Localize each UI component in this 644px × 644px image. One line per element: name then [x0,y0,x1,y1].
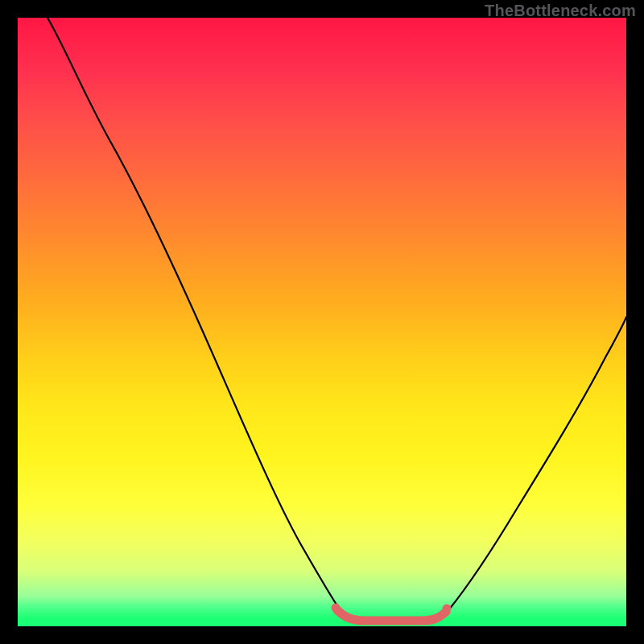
chart-frame: TheBottleneck.com [0,0,644,644]
svg-point-0 [332,604,341,613]
watermark-text: TheBottleneck.com [485,2,636,20]
trough-marker [337,610,446,621]
plot-area [18,18,626,626]
trough-dots [332,604,452,613]
bottleneck-curve [47,18,626,620]
curve-layer [18,18,626,626]
svg-point-1 [443,605,452,613]
